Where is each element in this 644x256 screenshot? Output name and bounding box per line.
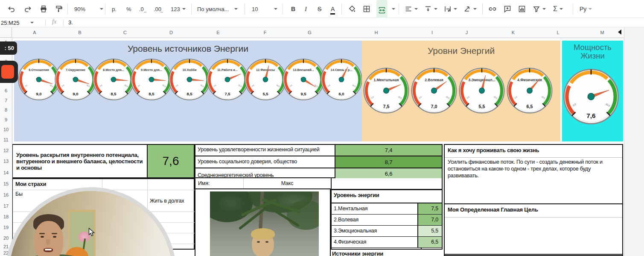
- chart-energy-levels[interactable]: Уровни Энергий 0,010,01.Ментальная7,50,0…: [362, 41, 560, 141]
- row-header-18[interactable]: 18: [0, 211, 12, 222]
- gauge[interactable]: 0,010,08.Место для...8,5: [92, 58, 135, 101]
- metric-label[interactable]: Среднеэнергетический уровень: [195, 168, 335, 179]
- gauge[interactable]: 0,010,01.Ментальная7,5: [362, 67, 410, 115]
- row-header-6[interactable]: 6: [0, 86, 12, 96]
- column-header-A[interactable]: A: [12, 27, 58, 38]
- paint-format-icon[interactable]: [55, 0, 63, 18]
- fear-cell[interactable]: Жить в долгах: [150, 191, 194, 211]
- fears-title[interactable]: Мои страхи: [15, 181, 46, 187]
- metric-value[interactable]: 7,4: [335, 145, 442, 156]
- zoom-select[interactable]: 90%: [74, 0, 103, 18]
- italic-button[interactable]: I: [305, 0, 307, 18]
- row-header-9[interactable]: 9: [0, 115, 12, 125]
- print-icon[interactable]: [40, 0, 47, 18]
- chart-life-power[interactable]: Мощность Жизни 0,010,07,6: [562, 41, 623, 141]
- column-header-G[interactable]: G: [288, 27, 331, 38]
- row-header-20[interactable]: 20: [0, 232, 12, 244]
- insert-link-icon[interactable]: [488, 0, 497, 18]
- column-header-J[interactable]: J: [443, 27, 491, 38]
- redo-icon[interactable]: [24, 0, 32, 18]
- column-header-F[interactable]: F: [242, 27, 289, 38]
- row-header-11[interactable]: 11: [0, 134, 12, 145]
- gauge[interactable]: 0,010,07,6: [562, 68, 620, 126]
- text-rotation-icon[interactable]: [463, 0, 477, 18]
- increase-decimal-button[interactable]: .00→: [154, 0, 161, 18]
- energy-level-value[interactable]: 7,0: [417, 215, 442, 225]
- row-header-8[interactable]: 8: [0, 105, 12, 115]
- row-header-7[interactable]: 7: [0, 96, 12, 106]
- text-wrap-icon[interactable]: [444, 0, 457, 18]
- life-body[interactable]: Усилить финансовые поток. По сути - созд…: [445, 158, 622, 181]
- column-header-E[interactable]: E: [195, 27, 242, 38]
- functions-button[interactable]: Σ: [553, 0, 563, 18]
- filter-icon[interactable]: [533, 0, 546, 18]
- more-formats-button[interactable]: 123: [171, 0, 186, 18]
- row-header-15[interactable]: 15: [0, 178, 12, 190]
- borders-icon[interactable]: [363, 0, 370, 18]
- row-header-10[interactable]: 10: [0, 124, 12, 135]
- chart-energy-sources[interactable]: Уровень источников Энергии 0,010,06.Отно…: [14, 41, 362, 141]
- energy-level-label[interactable]: 2.Волевая: [332, 215, 417, 225]
- gauge[interactable]: 0,010,010.Хобби8,5: [168, 58, 211, 101]
- metric-label[interactable]: Уровень удовлетворенности жизненной ситу…: [195, 145, 335, 156]
- gauge[interactable]: 0,010,03.Эмоционал...5,5: [458, 67, 506, 115]
- life-title[interactable]: Как я хочу проживать свою жизнь: [445, 145, 622, 158]
- column-header-B[interactable]: B: [57, 27, 103, 38]
- formula-input[interactable]: 3.: [68, 19, 73, 26]
- insert-chart-icon[interactable]: [518, 0, 526, 18]
- vertical-align-icon[interactable]: [424, 0, 437, 18]
- text-color-button[interactable]: A: [330, 5, 335, 15]
- metric-label[interactable]: Уровень социального доверия, общество: [195, 156, 335, 168]
- metric-value[interactable]: 6,6: [335, 168, 442, 179]
- font-family-select[interactable]: По умолча...: [197, 0, 238, 18]
- strikethrough-button[interactable]: S: [318, 0, 321, 18]
- gauge[interactable]: 0,010,07.Окружение9,0: [54, 58, 97, 101]
- fears-partial-text[interactable]: Бы: [15, 191, 23, 197]
- metric-value[interactable]: 8,7: [335, 156, 442, 168]
- row-header-12[interactable]: 12: [0, 145, 12, 156]
- merge-cells-button[interactable]: [376, 0, 388, 21]
- gauge[interactable]: 0,010,04.Физическая6,5: [506, 67, 554, 115]
- row-header-19[interactable]: 19: [0, 222, 12, 233]
- format-currency-button[interactable]: р.: [112, 0, 117, 18]
- column-header-D[interactable]: D: [148, 27, 195, 38]
- energy-level-label[interactable]: 4.Физическая: [332, 237, 417, 247]
- potential-value-cell[interactable]: 7,6: [147, 145, 194, 177]
- select-all-corner[interactable]: [0, 27, 12, 38]
- energy-levels-title[interactable]: Уровень энергии: [332, 190, 442, 203]
- bold-button[interactable]: B: [291, 0, 295, 18]
- column-header-H[interactable]: H: [331, 27, 422, 38]
- name-value-cell[interactable]: Макс: [243, 178, 331, 188]
- undo-icon[interactable]: [8, 0, 15, 18]
- potential-cell[interactable]: Уровень раскрытия внутреннего потенциала…: [13, 145, 147, 177]
- column-header-K[interactable]: K: [491, 27, 536, 38]
- goal-title[interactable]: Моя Определенная Главная Цель: [445, 204, 622, 218]
- name-label-cell[interactable]: Имя:: [195, 178, 243, 188]
- energy-level-value[interactable]: 5,5: [417, 226, 442, 236]
- gauge[interactable]: 0,010,014.Связь с р...6,0: [320, 58, 363, 101]
- gauge[interactable]: 0,010,012.Финансы5,5: [244, 58, 287, 101]
- column-header-L[interactable]: L: [536, 27, 581, 38]
- row-header-16[interactable]: 16: [0, 189, 12, 201]
- gauge[interactable]: 0,010,09.Место для...8,5: [130, 58, 173, 101]
- column-header-I[interactable]: I: [422, 27, 443, 38]
- gauge[interactable]: 0,010,013.Внешний...9,5: [282, 58, 325, 101]
- sources-title[interactable]: Источники энергии: [331, 250, 443, 256]
- gauge[interactable]: 0,010,02.Волевая7,0: [410, 67, 458, 115]
- gauge[interactable]: 0,010,011.Работа и...7,5: [206, 58, 249, 101]
- apps-script-button[interactable]: Ру: [580, 0, 592, 18]
- font-size-select[interactable]: 10: [252, 0, 277, 18]
- empty-cell[interactable]: [331, 178, 443, 189]
- horizontal-align-icon[interactable]: [405, 0, 418, 18]
- merge-cells-arrow[interactable]: [392, 0, 395, 18]
- energy-level-label[interactable]: 1.Ментальная: [332, 203, 417, 214]
- insert-comment-icon[interactable]: [504, 0, 511, 18]
- stop-recording-button[interactable]: [1, 65, 14, 79]
- energy-level-label[interactable]: 3.Эмоциональная: [332, 226, 417, 236]
- fill-color-icon[interactable]: [348, 0, 356, 18]
- energy-level-value[interactable]: 7,5: [417, 203, 442, 214]
- format-percent-button[interactable]: %: [126, 0, 131, 18]
- row-header-17[interactable]: 17: [0, 200, 12, 212]
- row-header-14[interactable]: 14: [0, 167, 12, 179]
- column-header-C[interactable]: C: [102, 27, 148, 38]
